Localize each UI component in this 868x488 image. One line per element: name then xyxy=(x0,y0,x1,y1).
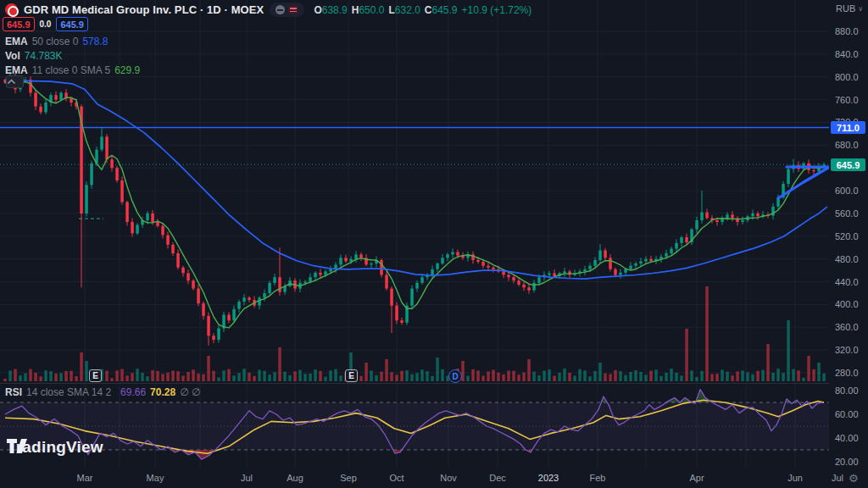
chevron-up-icon xyxy=(7,79,16,85)
open-label: O xyxy=(314,4,321,16)
price-tick-label: 400.0 xyxy=(835,299,859,309)
minus-circle-icon[interactable] xyxy=(275,5,285,14)
legend-ema11[interactable]: EMA 11 close 0 SMA 5 629.9 xyxy=(5,64,140,76)
currency-label: RUB xyxy=(836,3,855,14)
data-status-pill xyxy=(270,3,304,17)
chevron-down-icon: ∨ xyxy=(858,5,863,13)
axis-settings-gear-icon[interactable]: ⚙ xyxy=(849,472,859,485)
earnings-marker[interactable]: E xyxy=(89,369,102,382)
high-value: 650.0 xyxy=(359,4,384,16)
close-label: C xyxy=(425,4,432,16)
ema11-name: EMA xyxy=(5,64,28,76)
rsi-tick-label: 20.00 xyxy=(835,457,859,467)
rsi-value: 69.66 xyxy=(120,386,146,398)
legend-volume[interactable]: Vol 74.783K xyxy=(5,50,63,62)
legend-collapse-button[interactable] xyxy=(6,75,24,88)
time-axis[interactable]: MarMayJulAugSepOctNovDec2023FebAprJunJul xyxy=(0,468,868,488)
price-tick-label: 320.0 xyxy=(835,345,859,355)
time-label: Feb xyxy=(590,473,606,483)
ema50-params: 50 close 0 xyxy=(32,36,79,47)
chart-root: GDR MD Medical Group Inv. PLC · 1D · MOE… xyxy=(0,0,868,488)
sell-button[interactable]: 645.9 xyxy=(3,17,35,31)
rsi-empty-values: ∅ ∅ xyxy=(180,386,200,398)
time-label-year: 2023 xyxy=(538,473,559,483)
rsi-params: 14 close SMA 14 2 xyxy=(26,386,111,398)
delayed-data-icon[interactable] xyxy=(288,5,298,14)
price-tick-label: 440.0 xyxy=(835,277,859,287)
ohlc-row: O638.9 H650.0 L632.0 C645.9 +10.9 (+1.72… xyxy=(314,4,531,16)
price-tick-label: 800.0 xyxy=(835,72,859,82)
pane-separator[interactable] xyxy=(0,383,868,384)
tradingview-logo-icon xyxy=(7,439,27,456)
change-value: +10.9 (+1.72%) xyxy=(462,4,532,16)
ema50-line xyxy=(5,80,827,279)
time-label: Nov xyxy=(440,473,457,483)
open-value: 638.9 xyxy=(322,4,348,16)
ema11-value: 629.9 xyxy=(114,64,140,76)
price-tick-label: 360.0 xyxy=(835,322,859,332)
volume-name: Vol xyxy=(5,50,20,62)
currency-selector[interactable]: RUB ∨ xyxy=(836,3,863,14)
price-tick-label: 520.0 xyxy=(835,231,859,241)
time-label: Mar xyxy=(77,473,93,483)
symbol-title[interactable]: GDR MD Medical Group Inv. PLC · 1D · MOE… xyxy=(24,3,264,16)
legend-rsi[interactable]: RSI 14 close SMA 14 2 69.66 70.28 ∅ ∅ xyxy=(5,386,200,398)
ema50-value: 578.8 xyxy=(82,36,108,47)
low-label: L xyxy=(388,4,394,16)
price-tick-label: 600.0 xyxy=(835,186,859,196)
legend-ema50[interactable]: EMA 50 close 0 578.8 xyxy=(5,36,108,47)
main-grid xyxy=(0,0,829,383)
time-label: Apr xyxy=(689,473,704,483)
price-tick-label: 480.0 xyxy=(835,254,859,264)
chart-header: GDR MD Medical Group Inv. PLC · 1D · MOE… xyxy=(5,3,531,17)
price-tick-label: 760.0 xyxy=(835,95,859,105)
close-value: 645.9 xyxy=(432,4,458,16)
dividend-marker[interactable]: D xyxy=(448,369,462,383)
main-price-pane[interactable] xyxy=(0,0,829,383)
rsi-tick-label: 60.00 xyxy=(835,409,859,419)
buy-button[interactable]: 645.9 xyxy=(56,17,88,31)
time-label: Oct xyxy=(389,473,403,483)
time-label: Jul xyxy=(832,473,843,483)
rsi-sma-value: 70.28 xyxy=(150,386,175,398)
level-price-badge[interactable]: 711.0 xyxy=(831,121,865,134)
ema11-params: 11 close 0 SMA 5 xyxy=(32,64,111,76)
time-label: Jul xyxy=(241,473,253,483)
trade-widget: 645.9 0.0 645.9 xyxy=(3,17,88,31)
time-label: Aug xyxy=(287,473,303,483)
volume-value: 74.783K xyxy=(25,50,63,62)
price-tick-label: 840.0 xyxy=(835,49,859,59)
price-tick-label: 880.0 xyxy=(835,26,859,36)
tradingview-watermark[interactable]: TradingView xyxy=(7,438,103,457)
time-label: Jun xyxy=(787,473,803,483)
price-tick-label: 680.0 xyxy=(835,140,859,150)
rsi-name: RSI xyxy=(5,386,22,398)
time-label: Dec xyxy=(489,473,506,483)
low-value: 632.0 xyxy=(395,4,420,16)
ema50-name: EMA xyxy=(5,36,28,47)
time-label: Sep xyxy=(340,473,357,483)
spread-value: 0.0 xyxy=(40,19,52,29)
rsi-tick-label: 80.00 xyxy=(835,385,859,396)
rsi-tick-label: 40.00 xyxy=(835,433,859,443)
last-price-badge[interactable]: 645.9 xyxy=(831,158,865,171)
earnings-marker[interactable]: E xyxy=(345,369,358,382)
volume-bars xyxy=(3,286,826,381)
price-level-lines[interactable] xyxy=(0,128,829,219)
symbol-logo-icon xyxy=(5,3,18,16)
time-label: May xyxy=(147,473,164,483)
price-axis[interactable]: RUB ∨ 880.0840.0800.0760.0720.0680.0640.… xyxy=(829,0,868,468)
price-tick-label: 560.0 xyxy=(835,208,859,219)
price-tick-label: 280.0 xyxy=(835,368,859,378)
